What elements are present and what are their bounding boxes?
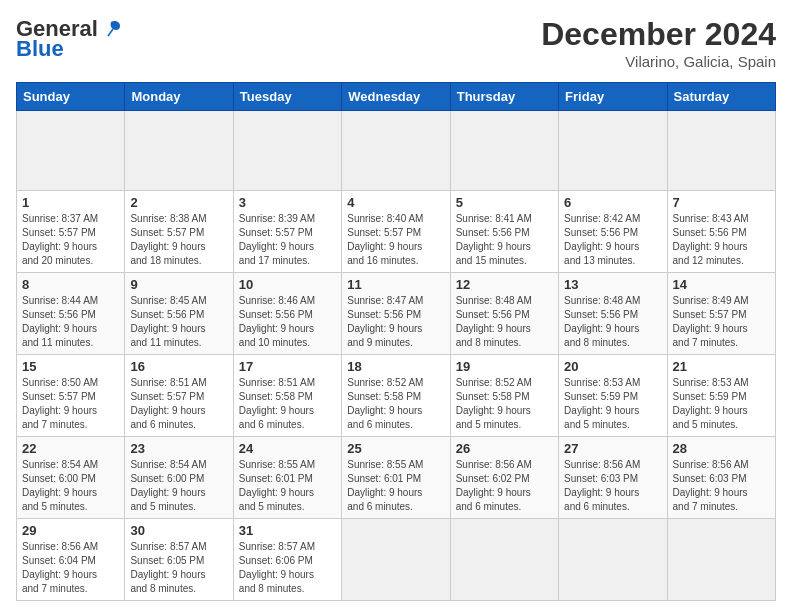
week-row-0 <box>17 111 776 191</box>
calendar-cell: 28Sunrise: 8:56 AM Sunset: 6:03 PM Dayli… <box>667 437 775 519</box>
header-tuesday: Tuesday <box>233 83 341 111</box>
calendar-cell: 4Sunrise: 8:40 AM Sunset: 5:57 PM Daylig… <box>342 191 450 273</box>
logo-bird-icon <box>100 18 122 40</box>
day-number: 7 <box>673 195 770 210</box>
day-info: Sunrise: 8:43 AM Sunset: 5:56 PM Dayligh… <box>673 212 770 268</box>
header-monday: Monday <box>125 83 233 111</box>
calendar-cell: 25Sunrise: 8:55 AM Sunset: 6:01 PM Dayli… <box>342 437 450 519</box>
day-info: Sunrise: 8:51 AM Sunset: 5:58 PM Dayligh… <box>239 376 336 432</box>
day-number: 31 <box>239 523 336 538</box>
day-info: Sunrise: 8:57 AM Sunset: 6:06 PM Dayligh… <box>239 540 336 596</box>
day-number: 15 <box>22 359 119 374</box>
week-row-3: 15Sunrise: 8:50 AM Sunset: 5:57 PM Dayli… <box>17 355 776 437</box>
calendar-cell <box>450 519 558 601</box>
header-wednesday: Wednesday <box>342 83 450 111</box>
day-number: 11 <box>347 277 444 292</box>
header-sunday: Sunday <box>17 83 125 111</box>
calendar-cell: 18Sunrise: 8:52 AM Sunset: 5:58 PM Dayli… <box>342 355 450 437</box>
day-info: Sunrise: 8:56 AM Sunset: 6:03 PM Dayligh… <box>673 458 770 514</box>
calendar-cell: 31Sunrise: 8:57 AM Sunset: 6:06 PM Dayli… <box>233 519 341 601</box>
day-number: 8 <box>22 277 119 292</box>
calendar-cell: 10Sunrise: 8:46 AM Sunset: 5:56 PM Dayli… <box>233 273 341 355</box>
calendar-cell: 27Sunrise: 8:56 AM Sunset: 6:03 PM Dayli… <box>559 437 667 519</box>
calendar-cell: 11Sunrise: 8:47 AM Sunset: 5:56 PM Dayli… <box>342 273 450 355</box>
calendar-cell: 21Sunrise: 8:53 AM Sunset: 5:59 PM Dayli… <box>667 355 775 437</box>
day-info: Sunrise: 8:56 AM Sunset: 6:02 PM Dayligh… <box>456 458 553 514</box>
day-number: 25 <box>347 441 444 456</box>
day-info: Sunrise: 8:52 AM Sunset: 5:58 PM Dayligh… <box>347 376 444 432</box>
day-info: Sunrise: 8:53 AM Sunset: 5:59 PM Dayligh… <box>564 376 661 432</box>
calendar-cell <box>667 111 775 191</box>
day-info: Sunrise: 8:54 AM Sunset: 6:00 PM Dayligh… <box>130 458 227 514</box>
week-row-1: 1Sunrise: 8:37 AM Sunset: 5:57 PM Daylig… <box>17 191 776 273</box>
day-info: Sunrise: 8:39 AM Sunset: 5:57 PM Dayligh… <box>239 212 336 268</box>
day-info: Sunrise: 8:56 AM Sunset: 6:04 PM Dayligh… <box>22 540 119 596</box>
calendar-cell: 2Sunrise: 8:38 AM Sunset: 5:57 PM Daylig… <box>125 191 233 273</box>
day-number: 26 <box>456 441 553 456</box>
calendar-cell: 20Sunrise: 8:53 AM Sunset: 5:59 PM Dayli… <box>559 355 667 437</box>
day-number: 16 <box>130 359 227 374</box>
day-info: Sunrise: 8:45 AM Sunset: 5:56 PM Dayligh… <box>130 294 227 350</box>
day-number: 12 <box>456 277 553 292</box>
day-number: 2 <box>130 195 227 210</box>
calendar-cell: 14Sunrise: 8:49 AM Sunset: 5:57 PM Dayli… <box>667 273 775 355</box>
day-number: 27 <box>564 441 661 456</box>
calendar-cell: 23Sunrise: 8:54 AM Sunset: 6:00 PM Dayli… <box>125 437 233 519</box>
month-title: December 2024 <box>541 16 776 53</box>
calendar-cell: 9Sunrise: 8:45 AM Sunset: 5:56 PM Daylig… <box>125 273 233 355</box>
day-number: 19 <box>456 359 553 374</box>
calendar-cell: 7Sunrise: 8:43 AM Sunset: 5:56 PM Daylig… <box>667 191 775 273</box>
day-number: 10 <box>239 277 336 292</box>
calendar-cell: 30Sunrise: 8:57 AM Sunset: 6:05 PM Dayli… <box>125 519 233 601</box>
day-info: Sunrise: 8:47 AM Sunset: 5:56 PM Dayligh… <box>347 294 444 350</box>
header-friday: Friday <box>559 83 667 111</box>
logo-blue: Blue <box>16 36 64 62</box>
calendar-cell: 1Sunrise: 8:37 AM Sunset: 5:57 PM Daylig… <box>17 191 125 273</box>
calendar-cell <box>450 111 558 191</box>
calendar-cell <box>125 111 233 191</box>
calendar-header-row: SundayMondayTuesdayWednesdayThursdayFrid… <box>17 83 776 111</box>
day-info: Sunrise: 8:54 AM Sunset: 6:00 PM Dayligh… <box>22 458 119 514</box>
calendar-cell: 26Sunrise: 8:56 AM Sunset: 6:02 PM Dayli… <box>450 437 558 519</box>
day-info: Sunrise: 8:48 AM Sunset: 5:56 PM Dayligh… <box>564 294 661 350</box>
calendar-cell <box>233 111 341 191</box>
calendar-cell: 16Sunrise: 8:51 AM Sunset: 5:57 PM Dayli… <box>125 355 233 437</box>
day-number: 17 <box>239 359 336 374</box>
day-info: Sunrise: 8:56 AM Sunset: 6:03 PM Dayligh… <box>564 458 661 514</box>
day-info: Sunrise: 8:37 AM Sunset: 5:57 PM Dayligh… <box>22 212 119 268</box>
day-number: 29 <box>22 523 119 538</box>
day-number: 9 <box>130 277 227 292</box>
week-row-4: 22Sunrise: 8:54 AM Sunset: 6:00 PM Dayli… <box>17 437 776 519</box>
day-number: 13 <box>564 277 661 292</box>
day-info: Sunrise: 8:55 AM Sunset: 6:01 PM Dayligh… <box>347 458 444 514</box>
calendar-cell: 15Sunrise: 8:50 AM Sunset: 5:57 PM Dayli… <box>17 355 125 437</box>
day-number: 24 <box>239 441 336 456</box>
day-number: 14 <box>673 277 770 292</box>
calendar-cell <box>559 519 667 601</box>
day-number: 30 <box>130 523 227 538</box>
day-info: Sunrise: 8:49 AM Sunset: 5:57 PM Dayligh… <box>673 294 770 350</box>
day-info: Sunrise: 8:42 AM Sunset: 5:56 PM Dayligh… <box>564 212 661 268</box>
week-row-5: 29Sunrise: 8:56 AM Sunset: 6:04 PM Dayli… <box>17 519 776 601</box>
calendar-cell: 3Sunrise: 8:39 AM Sunset: 5:57 PM Daylig… <box>233 191 341 273</box>
calendar-cell: 24Sunrise: 8:55 AM Sunset: 6:01 PM Dayli… <box>233 437 341 519</box>
calendar-cell: 22Sunrise: 8:54 AM Sunset: 6:00 PM Dayli… <box>17 437 125 519</box>
calendar-table: SundayMondayTuesdayWednesdayThursdayFrid… <box>16 82 776 601</box>
week-row-2: 8Sunrise: 8:44 AM Sunset: 5:56 PM Daylig… <box>17 273 776 355</box>
day-number: 28 <box>673 441 770 456</box>
logo: General Blue <box>16 16 122 62</box>
calendar-cell <box>667 519 775 601</box>
calendar-cell: 19Sunrise: 8:52 AM Sunset: 5:58 PM Dayli… <box>450 355 558 437</box>
calendar-cell: 12Sunrise: 8:48 AM Sunset: 5:56 PM Dayli… <box>450 273 558 355</box>
calendar-cell: 8Sunrise: 8:44 AM Sunset: 5:56 PM Daylig… <box>17 273 125 355</box>
day-info: Sunrise: 8:38 AM Sunset: 5:57 PM Dayligh… <box>130 212 227 268</box>
day-info: Sunrise: 8:40 AM Sunset: 5:57 PM Dayligh… <box>347 212 444 268</box>
page-header: General Blue December 2024 Vilarino, Gal… <box>16 16 776 70</box>
day-info: Sunrise: 8:48 AM Sunset: 5:56 PM Dayligh… <box>456 294 553 350</box>
day-number: 1 <box>22 195 119 210</box>
day-info: Sunrise: 8:52 AM Sunset: 5:58 PM Dayligh… <box>456 376 553 432</box>
location-subtitle: Vilarino, Galicia, Spain <box>541 53 776 70</box>
day-number: 5 <box>456 195 553 210</box>
calendar-cell: 17Sunrise: 8:51 AM Sunset: 5:58 PM Dayli… <box>233 355 341 437</box>
calendar-cell <box>342 111 450 191</box>
